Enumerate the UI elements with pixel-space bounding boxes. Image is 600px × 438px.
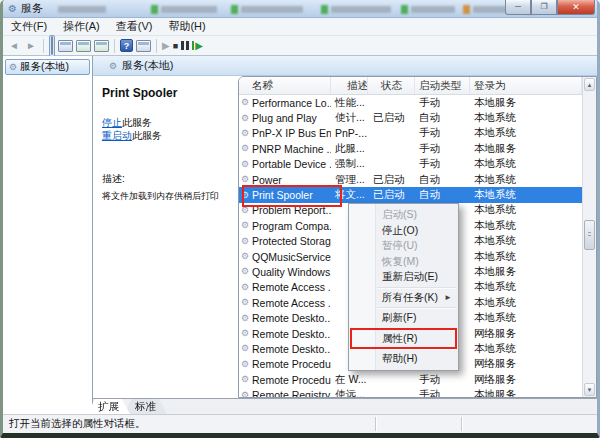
right-pane: ⚙ 服务(本地) Print Spooler 停止此服务 重启动此服务 描述: … <box>93 56 597 414</box>
cell-logon-as: 本地系统 <box>470 111 582 125</box>
service-name: Program Compa... <box>252 220 331 232</box>
service-gear-icon: ⚙ <box>241 329 252 338</box>
service-gear-icon: ⚙ <box>241 267 252 276</box>
table-row[interactable]: ⚙Remote Procedu...在 W...手动网络服务 <box>239 372 582 387</box>
cell-startup-type: 自动 <box>415 111 470 125</box>
service-name: Remote Registry <box>252 389 330 397</box>
column-header-name[interactable]: 名称 <box>239 77 331 94</box>
forward-icon[interactable]: ► <box>24 41 38 51</box>
window-title: 服务 <box>21 1 43 16</box>
cell-startup-type: 自动 <box>415 173 470 187</box>
cell-description: PnP-... <box>331 127 368 139</box>
cell-startup-type: 自动 <box>415 188 470 202</box>
table-row[interactable]: ⚙Plug and Play使计...已启动自动本地系统 <box>239 110 582 125</box>
cell-logon-as: 本地系统 <box>470 219 582 233</box>
cell-name: ⚙Performance Lo... <box>239 97 331 109</box>
export-list-icon[interactable] <box>94 40 109 52</box>
description-text: 将文件加载到内存供稍后打印 <box>102 190 238 203</box>
stop-service-line: 停止此服务 <box>102 116 238 129</box>
service-name: Remote Deskto... <box>252 328 331 340</box>
close-button[interactable]: ✕ <box>557 0 595 15</box>
list-header: 名称 ▲ 描述 状态 启动类型 登录为 <box>239 77 596 95</box>
cell-startup-type: 手动 <box>415 142 470 156</box>
pane-header-gear-icon: ⚙ <box>109 61 117 71</box>
show-hide-tree-icon[interactable] <box>136 40 151 52</box>
back-icon[interactable]: ◄ <box>7 41 21 51</box>
console-properties-icon[interactable] <box>58 40 73 52</box>
service-name: Portable Device ... <box>252 158 331 170</box>
service-gear-icon: ⚙ <box>241 375 252 384</box>
menu-item-h[interactable]: 帮助(H) <box>349 351 458 367</box>
status-bar: 打开当前选择的属性对话框。 <box>3 414 597 433</box>
cell-startup-type: 手动 <box>415 126 470 140</box>
pause-service-icon[interactable] <box>181 41 189 50</box>
service-name: QQMusicService <box>252 251 331 263</box>
cell-name: ⚙Remote Registry <box>239 389 331 397</box>
cell-description: 性能... <box>331 96 368 110</box>
refresh-icon[interactable] <box>76 40 91 52</box>
cell-logon-as: 本地系统 <box>470 280 582 294</box>
service-gear-icon: ⚙ <box>241 206 252 215</box>
table-row[interactable]: ⚙Performance Lo...性能...手动本地服务 <box>239 95 582 110</box>
menu-item-r[interactable]: 属性(R) <box>349 331 458 347</box>
cell-description: 强制... <box>331 157 368 171</box>
cell-description: 管理... <box>331 173 368 187</box>
tree-item-services-local[interactable]: ⚙ 服务(本地) <box>5 59 90 75</box>
cell-startup-type: 手动 <box>415 157 470 171</box>
restart-service-icon[interactable]: ▶ <box>192 41 203 51</box>
cell-name: ⚙Power <box>239 174 331 186</box>
sort-ascending-icon: ▲ <box>267 77 274 84</box>
start-service-icon[interactable]: ▶ <box>162 40 170 51</box>
menu-item-f[interactable]: 刷新(F) <box>349 310 458 326</box>
table-row[interactable]: ⚙PNRP Machine ...此服...手动本地服务 <box>239 141 582 156</box>
scroll-up-icon[interactable]: ▲ <box>584 78 595 91</box>
service-gear-icon: ⚙ <box>241 129 252 138</box>
column-header-description[interactable]: 描述 <box>331 77 368 94</box>
menu-bar: 文件(F) 操作(A) 查看(V) 帮助(H) <box>3 18 597 36</box>
services-gear-icon: ⚙ <box>9 62 17 72</box>
show-console-window-icon[interactable] <box>49 35 55 57</box>
service-gear-icon: ⚙ <box>241 114 252 123</box>
cell-name: ⚙PNRP Machine ... <box>239 143 331 155</box>
restore-button[interactable]: ❐ <box>531 0 557 15</box>
help-icon[interactable]: ? <box>120 39 133 52</box>
restart-service-link[interactable]: 重启动 <box>102 130 132 141</box>
column-header-startup-type[interactable]: 启动类型 <box>415 77 470 94</box>
table-row[interactable]: ⚙Remote Registry使远...手动本地服务 <box>239 387 582 397</box>
cell-name: ⚙Remote Deskto... <box>239 343 331 355</box>
pane-header: ⚙ 服务(本地) <box>93 56 597 76</box>
cell-logon-as: 网络服务 <box>470 373 582 387</box>
cell-logon-as: 本地系统 <box>470 342 582 356</box>
tab-standard[interactable]: 标准 <box>124 399 167 414</box>
tab-extended[interactable]: 扩展 <box>87 399 130 414</box>
menu-action[interactable]: 操作(A) <box>55 18 108 35</box>
cell-name: ⚙Print Spooler <box>239 189 331 201</box>
scroll-down-icon[interactable]: ▼ <box>584 383 595 396</box>
service-name: Remote Procedu... <box>252 358 331 370</box>
menu-item-k[interactable]: 所有任务(K)► <box>349 290 458 306</box>
cell-logon-as: 本地系统 <box>470 234 582 248</box>
column-header-logon-as[interactable]: 登录为 <box>470 77 582 94</box>
menu-file[interactable]: 文件(F) <box>3 18 55 35</box>
menu-item-s: 启动(S) <box>349 207 458 223</box>
cell-name: ⚙Problem Report... <box>239 204 331 216</box>
vertical-scrollbar[interactable]: ▲ ▼ <box>582 77 596 397</box>
stop-service-icon[interactable]: ■ <box>173 41 178 51</box>
table-row[interactable]: ⚙Print Spooler将文...已启动自动本地系统 <box>239 187 582 202</box>
menu-view[interactable]: 查看(V) <box>108 18 161 35</box>
cell-logon-as: 本地系统 <box>470 157 582 171</box>
table-row[interactable]: ⚙Portable Device ...强制...手动本地系统 <box>239 157 582 172</box>
minimize-button[interactable]: ─ <box>505 0 531 15</box>
service-gear-icon: ⚙ <box>241 191 252 200</box>
menu-item-e[interactable]: 重新启动(E) <box>349 269 458 285</box>
stop-service-link[interactable]: 停止 <box>102 117 122 128</box>
submenu-arrow-icon: ► <box>444 290 452 306</box>
menu-item-o[interactable]: 停止(O) <box>349 223 458 239</box>
table-row[interactable]: ⚙PnP-X IP Bus En...PnP-...手动本地系统 <box>239 126 582 141</box>
table-row[interactable]: ⚙Power管理...已启动自动本地系统 <box>239 172 582 187</box>
scrollbar-thumb[interactable] <box>584 220 595 250</box>
menu-help[interactable]: 帮助(H) <box>160 18 213 35</box>
menu-item-u: 暂停(U) <box>349 238 458 254</box>
column-header-status[interactable]: 状态 <box>368 77 415 94</box>
cell-startup-type: 手动 <box>415 373 470 387</box>
